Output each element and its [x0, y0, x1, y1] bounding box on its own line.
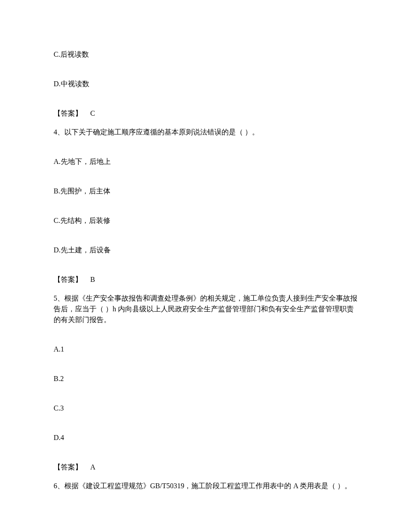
- document-page: C.后视读数 D.中视读数 【答案】 C 4、以下关于确定施工顺序应遵循的基本原…: [0, 0, 411, 532]
- answer-value: C: [90, 109, 95, 117]
- q5-option-c: C.3: [54, 403, 357, 414]
- question-6-stem: 6、根据《建设工程监理规范》GB/T50319，施工阶段工程监理工作用表中的 A…: [54, 481, 357, 491]
- option-d: D.中视读数: [54, 79, 357, 89]
- q4-option-a: A.先地下，后地上: [54, 156, 357, 167]
- option-c: C.后视读数: [54, 49, 357, 60]
- answer-block: 【答案】 C: [54, 108, 357, 119]
- question-4-stem: 4、以下关于确定施工顺序应遵循的基本原则说法错误的是（ ）。: [54, 127, 357, 138]
- answer-label: 【答案】: [54, 463, 82, 471]
- q5-option-b: B.2: [54, 373, 357, 384]
- question-5-stem: 5、根据《生产安全事故报告和调查处理条例》的相关规定，施工单位负责人接到生产安全…: [54, 293, 357, 325]
- q5-option-a: A.1: [54, 344, 357, 355]
- q4-option-c: C.先结构，后装修: [54, 215, 357, 226]
- q4-option-b: B.先围护，后主体: [54, 186, 357, 197]
- answer-label: 【答案】: [54, 109, 82, 117]
- answer-block-q5: 【答案】 A: [54, 462, 357, 473]
- q4-option-d: D.先土建，后设备: [54, 245, 357, 256]
- answer-label: 【答案】: [54, 276, 82, 283]
- answer-value: B: [90, 276, 95, 283]
- answer-value: A: [90, 463, 96, 471]
- q5-option-d: D.4: [54, 432, 357, 443]
- answer-block-q4: 【答案】 B: [54, 274, 357, 285]
